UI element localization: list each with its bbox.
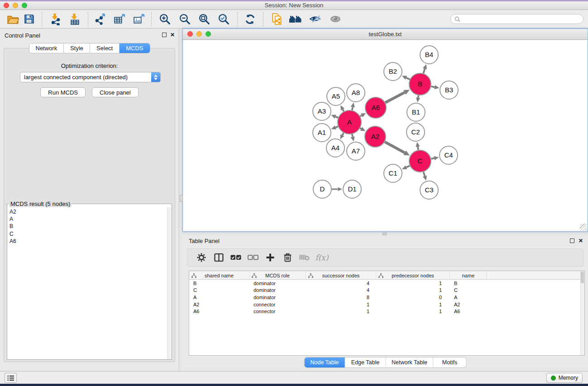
table-row[interactable]: Adominator80A (189, 294, 580, 301)
column-header-name[interactable]: name (450, 271, 487, 280)
function-builder-button[interactable]: f(x) (313, 249, 330, 266)
edge-A-A5[interactable] (343, 110, 344, 112)
network-window-titlebar[interactable]: testGlobe.txt (183, 29, 588, 40)
show-columns-button[interactable] (210, 249, 227, 266)
cell-predecessor-nodes[interactable]: 0 (376, 295, 450, 300)
edge-B-B3[interactable] (431, 86, 435, 87)
cell-name[interactable]: A (450, 295, 487, 300)
close-window-button[interactable] (4, 3, 9, 8)
table-scrollbar-thumb[interactable] (581, 272, 584, 283)
cell-successor-nodes[interactable]: 4 (306, 287, 376, 293)
save-session-button[interactable] (21, 11, 37, 27)
cell-predecessor-nodes[interactable]: 1 (376, 309, 450, 314)
resize-grip-icon[interactable] (580, 224, 587, 230)
table-row[interactable]: A2connector11A2 (189, 301, 580, 308)
cell-predecessor-nodes[interactable]: 1 (376, 287, 450, 293)
zoom-out-button[interactable] (177, 11, 193, 27)
minimize-window-button[interactable] (13, 3, 18, 8)
export-table-button[interactable] (111, 11, 127, 27)
zoom-fit-button[interactable] (196, 11, 212, 27)
close-table-panel-icon[interactable]: ✕ (578, 238, 583, 244)
edge-C-C3[interactable] (423, 172, 425, 176)
mcds-result-item[interactable]: A (7, 215, 167, 223)
open-session-button[interactable] (5, 11, 21, 27)
network-minimize-button[interactable] (196, 31, 202, 37)
table-scrollbar[interactable] (580, 271, 584, 355)
edge-A-A7[interactable] (352, 134, 353, 137)
table-settings-button[interactable] (193, 249, 210, 266)
control-tab-select[interactable]: Select (90, 43, 120, 53)
edge-A-A1[interactable] (335, 127, 338, 128)
network-canvas[interactable]: AA1A3A5A8A4A7A6A2BB2B4B3B1CC2C4C1C3DD1 (183, 40, 587, 231)
edge-B-B4[interactable] (423, 69, 425, 73)
column-header-shared-name[interactable]: shared name (189, 271, 249, 280)
cell-successor-nodes[interactable]: 8 (306, 295, 376, 300)
table-row[interactable]: A6connector11A6 (189, 308, 580, 315)
control-tab-network[interactable]: Network (29, 43, 64, 53)
create-column-button[interactable] (262, 249, 279, 266)
table-tab-edge-table[interactable]: Edge Table (345, 357, 386, 367)
cell-name[interactable]: A6 (450, 309, 487, 314)
cell-name[interactable]: A2 (450, 302, 487, 307)
column-header-successor-nodes[interactable]: successor nodes (306, 271, 376, 280)
column-header-predecessor-nodes[interactable]: predecessor nodes (376, 271, 450, 280)
mcds-result-item[interactable]: A6 (7, 238, 167, 245)
home-view-button[interactable] (287, 11, 304, 27)
edge-A-A2[interactable] (360, 128, 362, 129)
float-table-panel-icon[interactable] (570, 238, 574, 243)
hide-graphics-button[interactable] (307, 11, 323, 27)
cell-shared-name[interactable]: A (189, 295, 249, 300)
table-row[interactable]: Cdominator41C (189, 287, 580, 294)
cell-shared-name[interactable]: B (189, 281, 249, 286)
table-row[interactable]: Bdominator41B (189, 280, 580, 287)
control-tab-mcds[interactable]: MCDS (120, 43, 149, 53)
edge-C-C2[interactable] (418, 147, 418, 150)
show-eye-button[interactable] (327, 11, 344, 27)
zoom-selected-button[interactable] (215, 11, 232, 27)
edge-C-C1[interactable] (406, 166, 410, 167)
delete-table-button[interactable] (296, 249, 313, 266)
table-tab-network-table[interactable]: Network Table (386, 357, 434, 367)
search-input[interactable] (463, 16, 579, 22)
import-table-button[interactable] (67, 11, 83, 27)
network-close-button[interactable] (187, 31, 193, 37)
cell-successor-nodes[interactable]: 1 (306, 309, 376, 314)
cell-MCDS-role[interactable]: dominator (249, 287, 306, 293)
edge-A-A8[interactable] (352, 107, 353, 110)
cell-MCDS-role[interactable]: connector (249, 302, 306, 307)
edge-B-B2[interactable] (406, 78, 410, 80)
splitter-grab-handle[interactable] (180, 195, 183, 202)
mcds-result-item[interactable]: A2 (7, 208, 167, 215)
export-image-button[interactable] (130, 11, 147, 27)
mcds-result-item[interactable]: C (7, 230, 167, 238)
edge-A6-B[interactable] (385, 92, 405, 103)
export-network-button[interactable] (92, 11, 108, 27)
cell-shared-name[interactable]: A6 (189, 309, 249, 314)
cell-MCDS-role[interactable]: connector (249, 309, 306, 314)
cell-shared-name[interactable]: A2 (189, 302, 249, 307)
cell-MCDS-role[interactable]: dominator (249, 295, 306, 300)
cell-successor-nodes[interactable]: 4 (306, 281, 376, 286)
deselect-all-button[interactable] (244, 249, 262, 266)
edge-A-A3[interactable] (335, 117, 338, 118)
cell-predecessor-nodes[interactable]: 1 (376, 302, 450, 307)
zoom-in-button[interactable] (157, 11, 173, 27)
run-mcds-button[interactable]: Run MCDS (40, 87, 86, 97)
close-panel-icon[interactable]: ✕ (170, 32, 175, 38)
refresh-button[interactable] (242, 11, 258, 27)
float-panel-icon[interactable] (162, 33, 167, 37)
cell-shared-name[interactable]: C (189, 287, 249, 293)
table-tab-node-table[interactable]: Node Table (305, 357, 345, 367)
search-field[interactable] (450, 14, 583, 24)
cell-name[interactable]: B (450, 281, 487, 286)
edge-A2-C[interactable] (385, 142, 405, 152)
edge-B-B1[interactable] (418, 95, 419, 98)
optimization-criterion-select[interactable]: largest connected component (directed) (20, 72, 161, 82)
edge-A-A4[interactable] (342, 133, 344, 135)
mcds-result-item[interactable]: B (7, 223, 167, 230)
close-panel-button[interactable]: Close panel (92, 87, 139, 97)
delete-column-button[interactable] (279, 249, 296, 266)
memory-button[interactable]: Memory (546, 373, 583, 383)
edge-A-A6[interactable] (360, 115, 362, 116)
edge-C-C4[interactable] (431, 158, 434, 159)
